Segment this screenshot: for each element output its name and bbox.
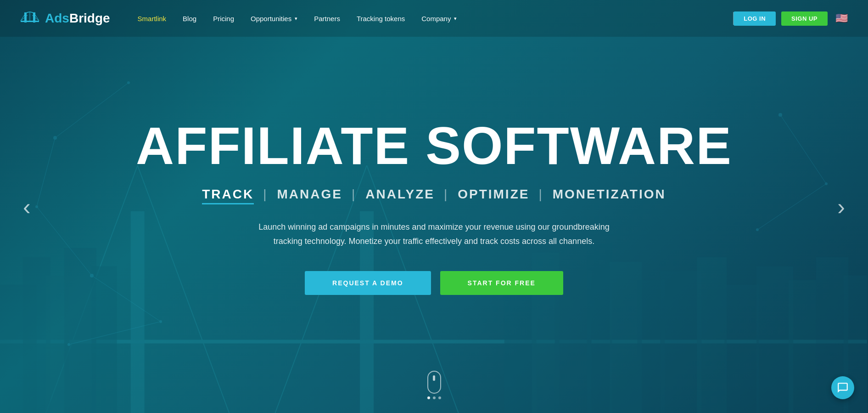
nav-tracking-tokens[interactable]: Tracking tokens: [357, 15, 405, 23]
hero-buttons: REQUEST A DEMO START FOR FREE: [136, 271, 732, 295]
nav-pricing[interactable]: Pricing: [213, 15, 234, 23]
subtitle-manage: MANAGE: [277, 187, 342, 202]
company-chevron-icon: ▾: [454, 16, 457, 22]
svg-line-39: [69, 322, 161, 345]
subtitle-monetization: MONETIZATION: [553, 187, 666, 202]
subtitle-sep-4: |: [538, 187, 543, 202]
subtitle-sep-3: |: [444, 187, 448, 202]
opportunities-chevron-icon: ▾: [295, 16, 297, 22]
slide-dot-1[interactable]: [427, 396, 430, 399]
chat-button[interactable]: [831, 376, 854, 399]
carousel-prev-button[interactable]: ‹: [14, 189, 40, 225]
language-flag[interactable]: 🇺🇸: [833, 10, 850, 27]
subtitle-sep-1: |: [263, 187, 268, 202]
nav-opportunities[interactable]: Opportunities ▾: [251, 15, 297, 23]
nav-partners[interactable]: Partners: [314, 15, 340, 23]
nav-smartlink[interactable]: Smartlink: [138, 15, 167, 23]
svg-line-34: [37, 207, 92, 276]
logo-text-ads: Ads: [45, 11, 69, 25]
slide-dot-2[interactable]: [433, 396, 436, 399]
hero-content: AFFILIATE SOFTWARE TRACK | MANAGE | ANAL…: [118, 118, 750, 295]
logo-icon: [18, 7, 41, 30]
svg-line-35: [780, 115, 826, 184]
signup-button[interactable]: SIGN UP: [781, 11, 828, 26]
slide-dot-3[interactable]: [438, 396, 441, 399]
subtitle-optimize: OPTIMIZE: [458, 187, 529, 202]
login-button[interactable]: LOG IN: [734, 11, 776, 26]
hero-description: Launch winning ad campaigns in minutes a…: [255, 220, 613, 248]
logo[interactable]: AdsBridge: [18, 7, 110, 30]
svg-rect-41: [21, 21, 39, 22]
svg-line-36: [757, 184, 826, 230]
request-demo-button[interactable]: REQUEST A DEMO: [305, 271, 431, 295]
subtitle-analyze: ANALYZE: [365, 187, 435, 202]
subtitle-sep-2: |: [352, 187, 356, 202]
carousel-next-button[interactable]: ›: [828, 189, 854, 225]
scroll-dot: [433, 375, 435, 381]
logo-text-bridge: Bridge: [69, 11, 110, 25]
hero-subtitle: TRACK | MANAGE | ANALYZE | OPTIMIZE | MO…: [136, 187, 732, 202]
navbar: AdsBridge Smartlink Blog Pricing Opportu…: [0, 0, 868, 37]
scroll-circle: [427, 371, 441, 394]
nav-blog[interactable]: Blog: [183, 15, 196, 23]
nav-company[interactable]: Company ▾: [421, 15, 457, 23]
hero-title: AFFILIATE SOFTWARE: [136, 118, 732, 174]
start-free-button[interactable]: START FOR FREE: [440, 271, 563, 295]
subtitle-track: TRACK: [202, 187, 254, 202]
nav-links: Smartlink Blog Pricing Opportunities ▾ P…: [138, 15, 734, 23]
nav-right: LOG IN SIGN UP 🇺🇸: [734, 10, 850, 27]
hero-section: AdsBridge Smartlink Blog Pricing Opportu…: [0, 0, 868, 413]
slide-indicators: [427, 396, 441, 399]
chat-icon: [837, 382, 849, 394]
scroll-indicator: [427, 371, 441, 399]
